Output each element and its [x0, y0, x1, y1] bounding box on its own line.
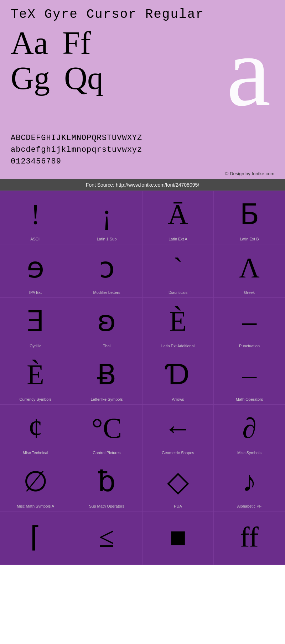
char-label: Thai — [103, 344, 110, 348]
char-cell: ÈLatin Ext Additional — [142, 298, 214, 351]
pair-row-1: Aa Ff — [11, 25, 103, 61]
char-cell: ¢Misc Technical — [0, 405, 71, 458]
char-cell: `Diacriticals — [142, 244, 214, 298]
char-label: Alphabetic PF — [237, 504, 261, 508]
char-label: Letterlike Symbols — [91, 397, 123, 401]
char-symbol: ⌈ — [30, 515, 41, 559]
char-cell: ff — [214, 511, 285, 565]
char-symbol: ♪ — [242, 462, 256, 501]
char-cell: ♪Alphabetic PF — [214, 458, 285, 511]
char-symbol: Ā — [168, 194, 188, 234]
char-symbol: Ƀ — [97, 355, 116, 394]
char-label: Control Pictures — [93, 451, 120, 455]
char-cell: ■ — [142, 511, 214, 565]
char-symbol: ≤ — [99, 515, 115, 559]
char-label: Sup Math Operators — [89, 504, 124, 508]
char-symbol: – — [242, 301, 256, 341]
char-symbol: ∂ — [242, 408, 256, 448]
char-label: Latin Ext Additional — [161, 344, 195, 348]
alphabet-section: ABCDEFGHIJKLMNOPQRSTUVWXYZ abcdefghijklm… — [0, 129, 285, 169]
char-cell: ɔModifier Letters — [71, 244, 142, 298]
char-symbol: ɔ — [99, 248, 115, 287]
uppercase-alphabet: ABCDEFGHIJKLMNOPQRSTUVWXYZ — [11, 132, 274, 144]
char-label: Misc Math Symbols A — [17, 504, 54, 508]
char-symbol: °C — [92, 408, 122, 448]
char-symbol: ! — [31, 194, 40, 234]
char-cell: ◇PUA — [142, 458, 214, 511]
char-label: Cyrillic — [30, 344, 41, 348]
char-symbol: ff — [240, 515, 259, 559]
char-symbol: È — [169, 301, 187, 341]
pair-row-2: Gg Qq — [11, 61, 103, 96]
char-symbol: È — [27, 355, 44, 394]
char-label: Diacriticals — [169, 290, 187, 295]
char-cell: –Math Operators — [214, 351, 285, 405]
char-label: Misc Symbols — [237, 451, 261, 455]
char-symbol: Λ — [239, 248, 260, 287]
char-cell: ƊArrows — [142, 351, 214, 405]
char-symbol: ɘ — [27, 248, 44, 287]
char-label: Modifier Letters — [93, 290, 120, 295]
char-cell: ƂLatin Ext B — [214, 191, 285, 244]
char-cell: ΛGreek — [214, 244, 285, 298]
char-cell: ∂Misc Symbols — [214, 405, 285, 458]
specimen-pairs: Aa Ff Gg Qq — [11, 25, 103, 96]
char-symbol: Ɗ — [166, 355, 190, 394]
char-symbol: ¢ — [28, 408, 43, 448]
char-grid: !ASCII¡Latin 1 SupĀLatin Ext AƂLatin Ext… — [0, 191, 285, 565]
char-symbol: ƀ — [98, 462, 116, 501]
char-cell: –Punctuation — [214, 298, 285, 351]
letter-pair-aa: Aa — [11, 25, 48, 61]
char-label: Currency Symbols — [20, 397, 52, 401]
char-label: Latin 1 Sup — [97, 237, 117, 241]
letter-pair-gg: Gg — [11, 61, 50, 96]
char-label: Math Operators — [236, 397, 263, 401]
char-cell: °CControl Pictures — [71, 405, 142, 458]
char-symbol: ← — [164, 408, 192, 448]
char-cell: ≤ — [71, 511, 142, 565]
char-cell: ÈCurrency Symbols — [0, 351, 71, 405]
char-cell: ⌈ — [0, 511, 71, 565]
lowercase-alphabet: abcdefghijklmnopqrstuvwxyz — [11, 144, 274, 156]
char-symbol: ◇ — [167, 462, 189, 501]
char-cell: ʚThai — [71, 298, 142, 351]
char-cell: ←Geometric Shapes — [142, 405, 214, 458]
source-bar: Font Source: http://www.fontke.com/font/… — [0, 179, 285, 191]
char-label: IPA Ext — [29, 290, 42, 295]
char-cell: ɃLetterlike Symbols — [71, 351, 142, 405]
char-cell: ∅Misc Math Symbols A — [0, 458, 71, 511]
top-section: TeX Gyre Cursor Regular Aa Ff Gg Qq a — [0, 0, 285, 129]
char-grid-section: !ASCII¡Latin 1 SupĀLatin Ext AƂLatin Ext… — [0, 191, 285, 565]
big-letter: a — [227, 22, 271, 121]
char-symbol: ∅ — [23, 462, 48, 501]
letter-pair-qq: Qq — [64, 61, 103, 96]
char-symbol: – — [242, 355, 256, 394]
char-symbol: ¡ — [102, 194, 112, 234]
char-label: Geometric Shapes — [162, 451, 194, 455]
specimen-area: Aa Ff Gg Qq a — [11, 25, 274, 125]
letter-pair-ff: Ff — [62, 25, 91, 61]
char-cell: ¡Latin 1 Sup — [71, 191, 142, 244]
char-cell: !ASCII — [0, 191, 71, 244]
char-symbol: ■ — [169, 515, 186, 559]
char-label: Misc Technical — [23, 451, 48, 455]
char-label: Arrows — [172, 397, 184, 401]
char-label: Punctuation — [239, 344, 260, 348]
char-cell: ɘIPA Ext — [0, 244, 71, 298]
char-label: ASCII — [30, 237, 41, 241]
char-label: Latin Ext A — [169, 237, 187, 241]
char-label: Greek — [244, 290, 255, 295]
char-cell: ĀLatin Ext A — [142, 191, 214, 244]
char-symbol: ʚ — [97, 301, 116, 341]
copyright: © Design by fontke.com — [0, 169, 285, 179]
char-label: Latin Ext B — [240, 237, 259, 241]
digits: 0123456789 — [11, 156, 274, 167]
char-cell: ƎCyrillic — [0, 298, 71, 351]
char-symbol: Ƃ — [240, 194, 259, 234]
char-symbol: ` — [173, 248, 183, 287]
char-label: PUA — [174, 504, 182, 508]
char-cell: ƀSup Math Operators — [71, 458, 142, 511]
char-symbol: Ǝ — [26, 301, 45, 341]
